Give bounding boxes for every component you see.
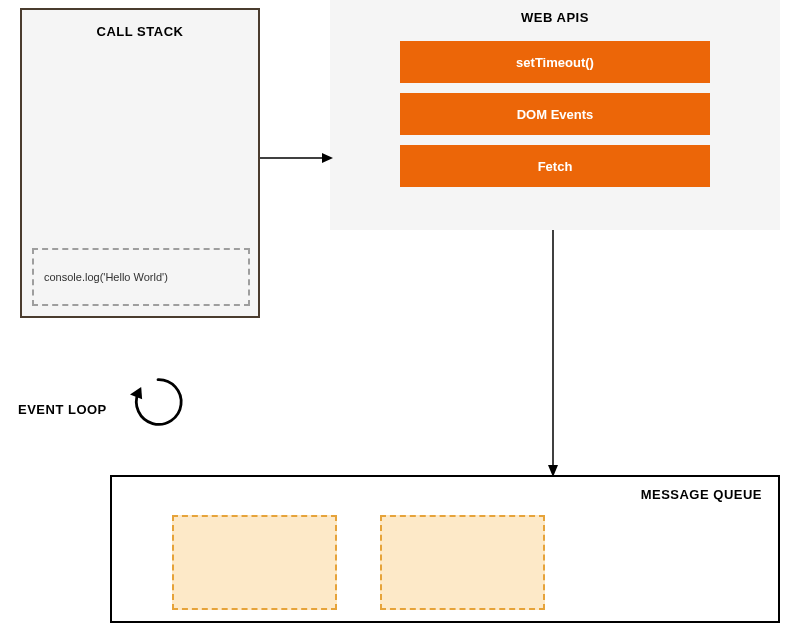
queue-item [172,515,337,610]
arrow-callstack-to-webapis [260,148,335,168]
api-box-fetch: Fetch [400,145,710,187]
queue-item [380,515,545,610]
call-stack-panel: CALL STACK console.log('Hello World') [20,8,260,318]
api-box-dom-events: DOM Events [400,93,710,135]
stack-frame: console.log('Hello World') [32,248,250,306]
web-apis-title: WEB APIS [330,10,780,25]
event-loop-label: EVENT LOOP [18,402,107,417]
event-loop-circle-icon [130,374,186,430]
call-stack-title: CALL STACK [22,10,258,39]
api-box-settimeout: setTimeout() [400,41,710,83]
svg-marker-1 [322,153,333,163]
web-apis-panel: WEB APIS setTimeout() DOM Events Fetch [330,0,780,230]
message-queue-panel: MESSAGE QUEUE [110,475,780,623]
arrow-webapis-to-queue [543,230,563,480]
message-queue-title: MESSAGE QUEUE [641,487,762,502]
